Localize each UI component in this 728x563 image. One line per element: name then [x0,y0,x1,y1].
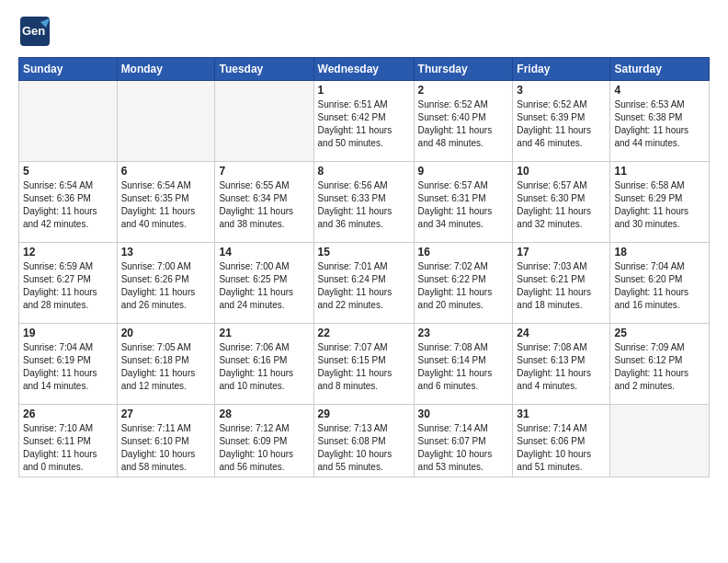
calendar-cell: 16Sunrise: 7:02 AM Sunset: 6:22 PM Dayli… [414,243,513,324]
calendar-cell: 29Sunrise: 7:13 AM Sunset: 6:08 PM Dayli… [313,405,414,477]
calendar-cell: 3Sunrise: 6:52 AM Sunset: 6:39 PM Daylig… [513,81,610,162]
calendar-cell: 6Sunrise: 6:54 AM Sunset: 6:35 PM Daylig… [117,162,215,243]
day-info: Sunrise: 6:54 AM Sunset: 6:35 PM Dayligh… [121,179,211,231]
day-number: 31 [517,408,606,420]
day-number: 22 [318,327,410,339]
day-number: 30 [418,408,509,420]
day-number: 9 [418,165,509,178]
day-number: 11 [614,165,705,178]
calendar-cell: 24Sunrise: 7:08 AM Sunset: 6:13 PM Dayli… [513,324,610,405]
calendar-cell [19,81,118,162]
day-info: Sunrise: 7:04 AM Sunset: 6:19 PM Dayligh… [23,341,113,393]
day-info: Sunrise: 6:56 AM Sunset: 6:33 PM Dayligh… [318,179,410,231]
day-number: 12 [23,246,113,259]
calendar-cell: 27Sunrise: 7:11 AM Sunset: 6:10 PM Dayli… [117,405,215,477]
day-number: 23 [418,327,509,339]
day-number: 2 [418,84,509,97]
day-info: Sunrise: 7:08 AM Sunset: 6:13 PM Dayligh… [517,341,606,393]
day-info: Sunrise: 6:55 AM Sunset: 6:34 PM Dayligh… [219,179,309,231]
day-info: Sunrise: 6:57 AM Sunset: 6:30 PM Dayligh… [517,179,606,231]
day-number: 13 [121,246,211,259]
day-info: Sunrise: 6:54 AM Sunset: 6:36 PM Dayligh… [23,179,113,231]
day-info: Sunrise: 7:00 AM Sunset: 6:25 PM Dayligh… [219,260,309,312]
calendar-cell: 9Sunrise: 6:57 AM Sunset: 6:31 PM Daylig… [414,162,513,243]
day-info: Sunrise: 7:14 AM Sunset: 6:06 PM Dayligh… [517,422,606,474]
day-info: Sunrise: 7:08 AM Sunset: 6:14 PM Dayligh… [418,341,509,393]
weekday-header-monday: Monday [117,58,215,81]
logo-icon: Gen [18,15,51,48]
calendar-cell: 13Sunrise: 7:00 AM Sunset: 6:26 PM Dayli… [117,243,215,324]
day-number: 14 [219,246,309,259]
day-number: 29 [318,408,410,420]
calendar-week-row: 12Sunrise: 6:59 AM Sunset: 6:27 PM Dayli… [19,243,710,324]
weekday-header-tuesday: Tuesday [215,58,313,81]
calendar-week-row: 5Sunrise: 6:54 AM Sunset: 6:36 PM Daylig… [19,162,710,243]
day-number: 5 [23,165,113,178]
calendar-cell: 31Sunrise: 7:14 AM Sunset: 6:06 PM Dayli… [513,405,610,477]
logo: Gen [18,15,55,48]
day-info: Sunrise: 6:53 AM Sunset: 6:38 PM Dayligh… [614,98,705,150]
calendar-header-row: SundayMondayTuesdayWednesdayThursdayFrid… [19,58,710,81]
calendar-cell: 1Sunrise: 6:51 AM Sunset: 6:42 PM Daylig… [313,81,414,162]
day-info: Sunrise: 7:05 AM Sunset: 6:18 PM Dayligh… [121,341,211,393]
calendar-week-row: 19Sunrise: 7:04 AM Sunset: 6:19 PM Dayli… [19,324,710,405]
day-info: Sunrise: 7:07 AM Sunset: 6:15 PM Dayligh… [318,341,410,393]
day-info: Sunrise: 7:10 AM Sunset: 6:11 PM Dayligh… [23,422,113,474]
calendar-cell: 26Sunrise: 7:10 AM Sunset: 6:11 PM Dayli… [19,405,118,477]
day-info: Sunrise: 7:09 AM Sunset: 6:12 PM Dayligh… [614,341,705,393]
day-number: 25 [614,327,705,339]
calendar-cell [117,81,215,162]
day-number: 16 [418,246,509,259]
day-number: 28 [219,408,309,420]
calendar-cell: 23Sunrise: 7:08 AM Sunset: 6:14 PM Dayli… [414,324,513,405]
day-number: 24 [517,327,606,339]
calendar-week-row: 26Sunrise: 7:10 AM Sunset: 6:11 PM Dayli… [19,405,710,477]
calendar-week-row: 1Sunrise: 6:51 AM Sunset: 6:42 PM Daylig… [19,81,710,162]
day-number: 6 [121,165,211,178]
day-info: Sunrise: 7:02 AM Sunset: 6:22 PM Dayligh… [418,260,509,312]
day-info: Sunrise: 6:57 AM Sunset: 6:31 PM Dayligh… [418,179,509,231]
day-number: 18 [614,246,705,259]
calendar-cell: 11Sunrise: 6:58 AM Sunset: 6:29 PM Dayli… [610,162,710,243]
day-info: Sunrise: 6:59 AM Sunset: 6:27 PM Dayligh… [23,260,113,312]
calendar-cell: 21Sunrise: 7:06 AM Sunset: 6:16 PM Dayli… [215,324,313,405]
day-info: Sunrise: 7:00 AM Sunset: 6:26 PM Dayligh… [121,260,211,312]
day-info: Sunrise: 6:58 AM Sunset: 6:29 PM Dayligh… [614,179,705,231]
weekday-header-thursday: Thursday [414,58,513,81]
weekday-header-sunday: Sunday [19,58,118,81]
day-number: 1 [318,84,410,97]
day-number: 20 [121,327,211,339]
day-number: 3 [517,84,606,97]
page-container: Gen SundayMondayTuesdayWednesdayThursday… [0,0,728,487]
calendar-cell: 2Sunrise: 6:52 AM Sunset: 6:40 PM Daylig… [414,81,513,162]
day-number: 26 [23,408,113,420]
calendar-table: SundayMondayTuesdayWednesdayThursdayFrid… [18,57,710,477]
calendar-cell: 15Sunrise: 7:01 AM Sunset: 6:24 PM Dayli… [313,243,414,324]
calendar-cell: 30Sunrise: 7:14 AM Sunset: 6:07 PM Dayli… [414,405,513,477]
calendar-cell: 28Sunrise: 7:12 AM Sunset: 6:09 PM Dayli… [215,405,313,477]
day-number: 17 [517,246,606,259]
day-info: Sunrise: 6:52 AM Sunset: 6:39 PM Dayligh… [517,98,606,150]
day-info: Sunrise: 7:03 AM Sunset: 6:21 PM Dayligh… [517,260,606,312]
page-header: Gen [18,15,710,48]
day-info: Sunrise: 7:11 AM Sunset: 6:10 PM Dayligh… [121,422,211,474]
calendar-cell: 19Sunrise: 7:04 AM Sunset: 6:19 PM Dayli… [19,324,118,405]
day-info: Sunrise: 7:13 AM Sunset: 6:08 PM Dayligh… [318,422,410,474]
day-number: 8 [318,165,410,178]
weekday-header-wednesday: Wednesday [313,58,414,81]
weekday-header-saturday: Saturday [610,58,710,81]
day-info: Sunrise: 7:12 AM Sunset: 6:09 PM Dayligh… [219,422,309,474]
calendar-cell: 12Sunrise: 6:59 AM Sunset: 6:27 PM Dayli… [19,243,118,324]
day-info: Sunrise: 6:52 AM Sunset: 6:40 PM Dayligh… [418,98,509,150]
day-number: 15 [318,246,410,259]
day-info: Sunrise: 7:14 AM Sunset: 6:07 PM Dayligh… [418,422,509,474]
calendar-cell: 25Sunrise: 7:09 AM Sunset: 6:12 PM Dayli… [610,324,710,405]
calendar-cell: 5Sunrise: 6:54 AM Sunset: 6:36 PM Daylig… [19,162,118,243]
day-number: 19 [23,327,113,339]
svg-text:Gen: Gen [22,24,45,38]
calendar-cell: 7Sunrise: 6:55 AM Sunset: 6:34 PM Daylig… [215,162,313,243]
day-number: 21 [219,327,309,339]
calendar-cell: 20Sunrise: 7:05 AM Sunset: 6:18 PM Dayli… [117,324,215,405]
calendar-cell [610,405,710,477]
day-info: Sunrise: 7:06 AM Sunset: 6:16 PM Dayligh… [219,341,309,393]
